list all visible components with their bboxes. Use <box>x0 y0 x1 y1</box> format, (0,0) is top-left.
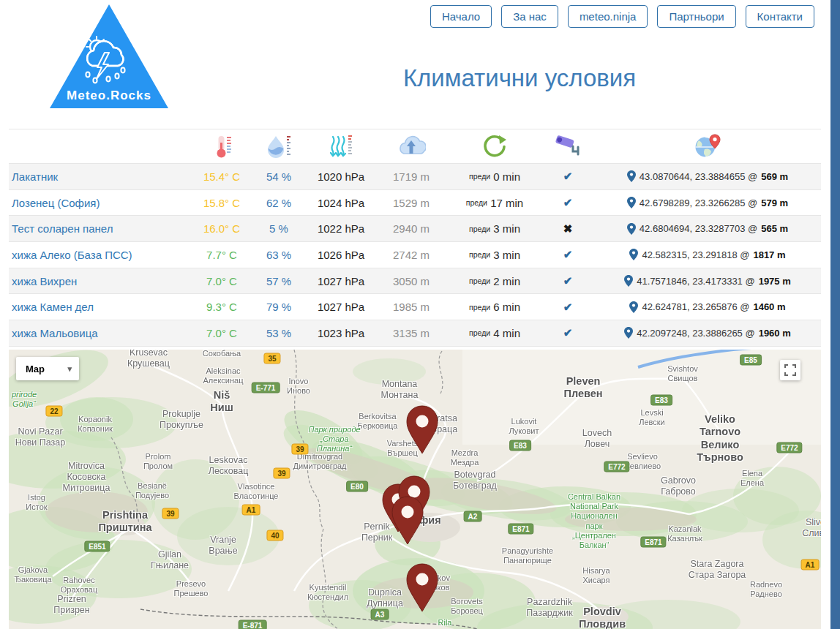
road-badge: 35 <box>263 353 280 364</box>
temperature-value: 9.3° C <box>193 301 250 313</box>
map-label: Lukovit Луковит <box>509 417 539 436</box>
station-location-link[interactable]: 42.6798289, 23.3266285 @ 579 m <box>594 197 821 208</box>
map-label: Berkovitsa Берковица <box>358 412 398 431</box>
road-badge: A1 <box>242 505 260 516</box>
station-coords: 42.624781, 23.265876 @ <box>642 301 749 312</box>
table-row: Тест соларен панел16.0° C5 %1022 hPa2940… <box>9 216 821 242</box>
location-pin-icon <box>629 249 638 260</box>
cloudbase-value: 1985 m <box>375 301 448 313</box>
station-location-link[interactable]: 41.7571846, 23.4173331 @ 1975 m <box>594 275 821 287</box>
map-type-selector[interactable]: Map ▾ <box>16 357 79 380</box>
map-marker[interactable] <box>405 563 439 613</box>
station-name-link[interactable]: хижа Мальовица <box>9 327 193 339</box>
humidity-value: 5 % <box>250 222 307 235</box>
table-row: хижа Вихрен7.0° C57 %1027 hPa3050 mпреди… <box>9 268 821 295</box>
station-name-link[interactable]: Тест соларен панел <box>9 222 193 235</box>
road-badge: A2 <box>464 511 482 522</box>
webcam-check-icon[interactable]: ✔ <box>541 248 594 261</box>
location-globe-icon <box>594 133 821 159</box>
updated-value: преди 3 min <box>448 249 541 261</box>
station-location-link[interactable]: 42.6804694, 23.3287703 @ 565 m <box>594 223 821 235</box>
webcam-icon <box>541 134 594 159</box>
map-label: Mezdra Мездра <box>451 448 479 467</box>
map-label: Borovets Боровец <box>451 597 483 616</box>
map-label: Niš Ниш <box>210 389 233 415</box>
map-label: Radnevo Раднево <box>750 580 782 599</box>
refresh-icon <box>448 134 541 159</box>
pressure-value: 1020 hPa <box>307 170 375 183</box>
station-location-link[interactable]: 42.624781, 23.265876 @ 1460 m <box>594 301 821 313</box>
map-label: Prizren Призрен <box>53 594 89 616</box>
page-scrollbar[interactable] <box>830 0 840 629</box>
map-label: Levski Левски <box>639 408 665 427</box>
humidity-value: 62 % <box>250 197 307 209</box>
map-label: Kyustendil Кюстендил <box>307 583 348 602</box>
table-row: Лакатник15.4° C54 %1020 hPa1719 mпреди 0… <box>9 164 821 190</box>
logo-weather-icon <box>78 34 140 91</box>
site-logo[interactable]: Meteo.Rocks <box>50 4 168 108</box>
map-label: Elena Елена <box>740 469 764 488</box>
station-name-link[interactable]: Лозенец (София) <box>9 197 193 209</box>
updated-value: преди 3 min <box>448 222 541 235</box>
pressure-value: 1027 hPa <box>307 275 375 287</box>
cloudbase-value: 2742 m <box>375 249 448 261</box>
humidity-value: 54 % <box>250 170 307 183</box>
webcam-check-icon[interactable]: ✔ <box>541 196 594 209</box>
station-coords: 42.6804694, 23.3287703 @ <box>640 223 757 234</box>
updated-value: преди 6 min <box>448 301 541 313</box>
pressure-icon <box>307 134 375 159</box>
map-label: Inovo Иново <box>287 377 310 396</box>
temperature-value: 16.0° C <box>193 222 250 235</box>
road-badge: E-871 <box>239 620 267 629</box>
station-name-link[interactable]: хижа Алеко (База ПСС) <box>9 249 193 261</box>
webcam-cross-icon: ✖ <box>541 222 594 236</box>
station-altitude: 569 m <box>761 171 788 182</box>
location-pin-icon <box>627 197 636 208</box>
map-marker[interactable] <box>391 496 424 546</box>
nav-button[interactable]: Контакти <box>746 5 814 28</box>
map-label: Sliven Сливен <box>802 517 821 539</box>
nav-button[interactable]: Начало <box>430 5 492 28</box>
logo-brand-text: Meteo.Rocks <box>50 88 168 103</box>
table-header-row <box>9 129 821 164</box>
map-label: Panagyurishte Панагюрище <box>502 546 553 565</box>
nav-button[interactable]: За нас <box>501 5 558 28</box>
station-location-link[interactable]: 42.582315, 23.291818 @ 1817 m <box>594 249 821 260</box>
road-badge: 39 <box>273 468 290 479</box>
webcam-check-icon[interactable]: ✔ <box>541 301 594 314</box>
map-label: Novi Pazar Нови Пазар <box>15 426 66 448</box>
fullscreen-icon <box>784 364 796 376</box>
map-label: Vranje Врање <box>209 535 237 557</box>
map-label: Pazardzhik Пазарджик <box>526 597 572 619</box>
road-badge: E871 <box>508 524 533 535</box>
map-label: Prishtina Приштина <box>98 509 151 535</box>
station-name-link[interactable]: хижа Камен дел <box>9 301 193 313</box>
map-marker[interactable] <box>405 405 439 455</box>
station-location-link[interactable]: 42.2097248, 23.3886265 @ 1960 m <box>594 327 821 339</box>
pressure-value: 1027 hPa <box>307 301 375 313</box>
webcam-check-icon[interactable]: ✔ <box>541 326 594 339</box>
map-label: Dimitrovgrad Димитровград <box>293 452 346 471</box>
updated-value: преди 17 min <box>448 197 541 209</box>
nav-button[interactable]: Партньори <box>657 5 735 28</box>
location-pin-icon <box>627 170 636 182</box>
map-label: Stara Zagora Стара Загора <box>689 559 746 581</box>
location-pin-icon <box>624 327 633 339</box>
webcam-check-icon[interactable]: ✔ <box>541 274 594 287</box>
station-location-link[interactable]: 43.0870644, 23.3884655 @ 569 m <box>594 170 821 182</box>
station-name-link[interactable]: хижа Вихрен <box>9 275 193 287</box>
location-pin-icon <box>627 223 636 235</box>
nav-button[interactable]: meteo.ninja <box>568 5 648 28</box>
road-badge: E85 <box>740 355 762 366</box>
webcam-check-icon[interactable]: ✔ <box>541 170 594 183</box>
temperature-value: 15.8° C <box>193 197 250 209</box>
table-row: хижа Камен дел9.3° C79 %1027 hPa1985 mпр… <box>9 294 821 320</box>
map-label: Plovdiv Пловдив <box>579 606 626 629</box>
station-name-link[interactable]: Лакатник <box>9 170 193 183</box>
page-title: Климатични условия <box>220 64 820 92</box>
road-badge: E83 <box>650 395 672 406</box>
station-coords: 42.582315, 23.291818 @ <box>642 249 749 260</box>
temperature-value: 15.4° C <box>193 170 250 183</box>
map[interactable]: Map ▾ Krusevac КрушевацСокобањаAleksinac… <box>9 350 821 629</box>
fullscreen-button[interactable] <box>780 360 800 380</box>
